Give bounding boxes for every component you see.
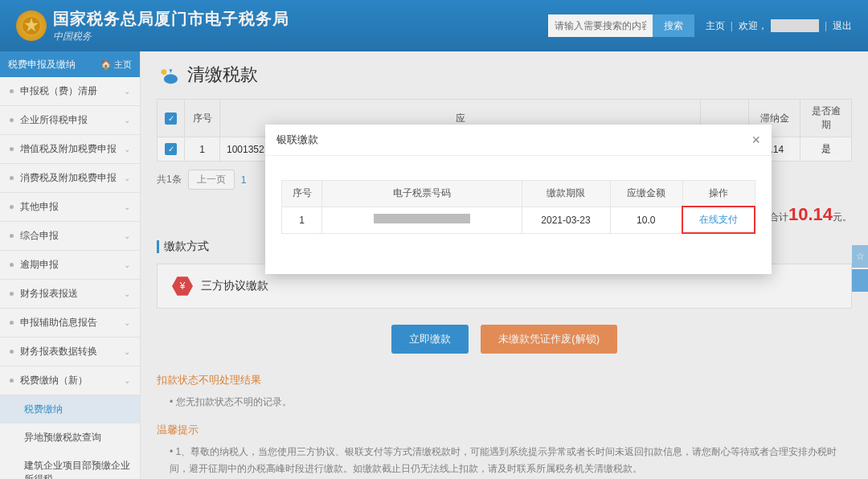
chevron-down-icon: ⌄ — [124, 87, 130, 96]
float-tab-1[interactable]: ☆ — [852, 245, 868, 268]
user-name-redacted — [771, 19, 819, 32]
col-seq: 序号 — [185, 100, 220, 137]
pay-now-button[interactable]: 立即缴款 — [391, 325, 469, 354]
chevron-down-icon: ⌄ — [124, 231, 130, 240]
unionpay-modal: 银联缴款 × 序号 电子税票号码 缴款期限 应缴金额 操作 1 2021-03-… — [265, 125, 772, 274]
sidebar-item[interactable]: 申报税（费）清册⌄ — [0, 77, 140, 106]
result-title: 扣款状态不明处理结果 — [157, 373, 852, 387]
tax-ticket-redacted — [374, 214, 470, 223]
search-input[interactable] — [548, 14, 653, 37]
pager-prev-button[interactable]: 上一页 — [188, 170, 235, 190]
link-logout[interactable]: 退出 — [833, 19, 852, 33]
app-title: 国家税务总局厦门市电子税务局 — [53, 8, 289, 30]
chevron-down-icon: ⌄ — [124, 174, 130, 182]
col-overdue: 是否逾期 — [800, 100, 852, 137]
sidebar-item[interactable]: 财务报表数据转换⌄ — [0, 338, 140, 366]
sidebar-item[interactable]: 增值税及附加税费申报⌄ — [0, 135, 140, 164]
search-button[interactable]: 搜索 — [653, 14, 694, 37]
float-tab-2[interactable] — [852, 269, 868, 292]
mcol-amount: 应缴金额 — [610, 181, 682, 207]
sidebar-section-title: 税费申报及缴纳 — [8, 58, 76, 72]
welcome-label: 欢迎， — [739, 19, 768, 33]
svg-point-2 — [161, 69, 166, 75]
modal-row: 1 2021-03-23 10.0 在线支付 — [282, 207, 755, 233]
sidebar-item[interactable]: 消费税及附加税费申报⌄ — [0, 164, 140, 193]
chevron-down-icon: ⌄ — [124, 376, 130, 385]
chevron-down-icon: ⌄ — [124, 116, 130, 125]
app-subbrand: 中国税务 — [53, 30, 289, 43]
chevron-down-icon: ⌄ — [124, 203, 130, 211]
tips-title: 温馨提示 — [157, 423, 852, 437]
yuan-hex-icon: ¥ — [172, 276, 193, 297]
mcol-deadline: 缴款期限 — [522, 181, 610, 207]
money-bag-icon — [157, 65, 179, 84]
star-icon: ☆ — [856, 251, 865, 262]
modal-title: 银联缴款 — [276, 133, 318, 147]
link-home[interactable]: 主页 — [706, 19, 725, 33]
svg-point-1 — [164, 74, 178, 84]
sidebar-item[interactable]: 企业所得税申报⌄ — [0, 106, 140, 135]
mcol-op: 操作 — [682, 181, 755, 207]
sidebar-home-button[interactable]: 🏠 主页 — [100, 59, 132, 71]
page-title: 清缴税款 — [187, 63, 258, 87]
sidebar-item[interactable]: 综合申报⌄ — [0, 222, 140, 251]
sidebar-item[interactable]: 财务报表报送⌄ — [0, 280, 140, 309]
sidebar-sub-item[interactable]: 建筑企业项目部预缴企业所得税 — [0, 452, 140, 479]
sidebar-sub-item[interactable]: 异地预缴税款查询 — [0, 424, 140, 452]
tips-line1: 1、尊敬的纳税人，当您使用三方协议、银联支付等方式清缴税款时，可能遇到系统提示异… — [157, 444, 852, 478]
chevron-down-icon: ⌄ — [124, 289, 130, 298]
chevron-down-icon: ⌄ — [124, 260, 130, 269]
search-box: 搜索 — [548, 14, 694, 37]
modal-table: 序号 电子税票号码 缴款期限 应缴金额 操作 1 2021-03-23 10.0… — [281, 180, 755, 234]
pay-method-label: 三方协议缴款 — [201, 279, 268, 293]
sidebar-header: 税费申报及缴纳 🏠 主页 — [0, 51, 140, 77]
pay-online-link[interactable]: 在线支付 — [699, 214, 738, 225]
mcol-code: 电子税票号码 — [322, 181, 522, 207]
app-header: 国家税务总局厦门市电子税务局 中国税务 搜索 主页 | 欢迎， | 退出 — [0, 0, 868, 51]
sidebar: 税费申报及缴纳 🏠 主页 申报税（费）清册⌄企业所得税申报⌄增值税及附加税费申报… — [0, 51, 141, 479]
pager-page-1[interactable]: 1 — [241, 174, 247, 186]
emblem-icon — [16, 10, 47, 41]
sidebar-item[interactable]: 税费缴纳（新）⌄ — [0, 366, 140, 395]
sidebar-sub-item[interactable]: 税费缴纳 — [0, 395, 140, 424]
void-voucher-button[interactable]: 未缴款凭证作废(解锁) — [481, 325, 617, 354]
result-text: 您无扣款状态不明的记录。 — [157, 394, 852, 411]
chevron-down-icon: ⌄ — [124, 347, 130, 356]
sidebar-item[interactable]: 申报辅助信息报告⌄ — [0, 309, 140, 338]
mcol-seq: 序号 — [282, 181, 322, 207]
pager-total: 共1条 — [157, 173, 182, 186]
chevron-down-icon: ⌄ — [124, 318, 130, 327]
checkbox-all[interactable]: ✓ — [165, 113, 177, 125]
sidebar-item[interactable]: 其他申报⌄ — [0, 193, 140, 222]
chevron-down-icon: ⌄ — [124, 145, 130, 154]
close-icon[interactable]: × — [751, 133, 760, 147]
header-links: 主页 | 欢迎， | 退出 — [706, 19, 852, 33]
logo-block: 国家税务总局厦门市电子税务局 中国税务 — [16, 8, 289, 43]
sidebar-item[interactable]: 逾期申报⌄ — [0, 251, 140, 280]
checkbox-row[interactable]: ✓ — [165, 143, 177, 155]
float-tabs: ☆ — [852, 245, 868, 293]
